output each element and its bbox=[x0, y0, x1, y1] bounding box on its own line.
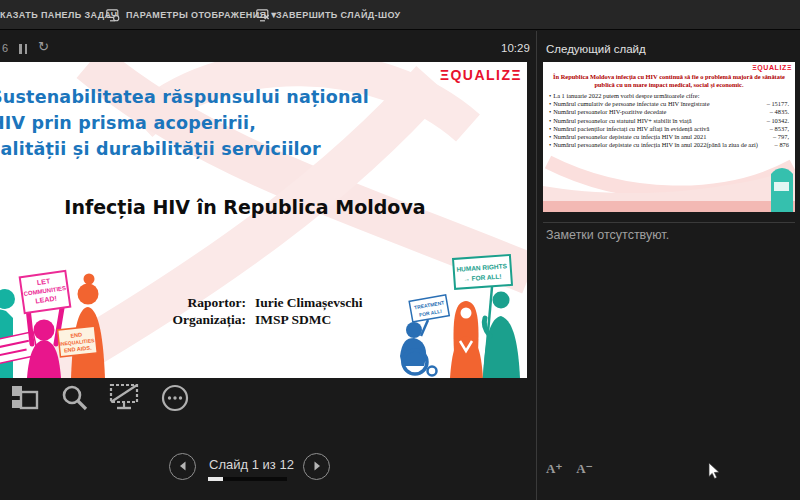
presenter-view: КАЗАТЬ ПАНЕЛЬ ЗАДАЧ ПАРАМЕТРЫ ОТОБРАЖЕНИ… bbox=[0, 0, 800, 500]
protest-illustration-left: LET COMMUNITIES LEAD! END INEQUALITIES E… bbox=[0, 266, 112, 378]
blank-screen-icon bbox=[109, 383, 141, 417]
next-slide-preview[interactable]: ΞQUALIZΞ În Republica Moldova infecția c… bbox=[543, 62, 795, 212]
preview-bullet-item: Numărul persoanelor depistate cu infecți… bbox=[549, 133, 789, 141]
panel-divider bbox=[536, 31, 537, 500]
show-taskbar-button[interactable]: КАЗАТЬ ПАНЕЛЬ ЗАДАЧ bbox=[0, 0, 118, 30]
preview-bullet-item: Numărul persoanelor depistate cu infecți… bbox=[549, 141, 789, 149]
ellipsis-icon bbox=[160, 383, 190, 417]
restart-timer-button[interactable]: ↻ bbox=[38, 39, 49, 54]
organization-name: IMSP SDMC bbox=[255, 311, 331, 328]
increase-font-button[interactable]: A⁺ bbox=[546, 461, 562, 477]
svg-text:END: END bbox=[70, 331, 82, 338]
preview-bullet-item: Numărul persoanelor HIV-pozitive decedat… bbox=[549, 108, 789, 116]
next-slide-button[interactable] bbox=[303, 453, 330, 480]
end-slideshow-label: ЗАВЕРШИТЬ СЛАЙД-ШОУ bbox=[276, 10, 401, 20]
preview-slide-title: În Republica Moldova infecția cu HIV con… bbox=[551, 73, 787, 89]
arrow-left-icon bbox=[177, 458, 189, 476]
notes-placeholder: Заметки отсутствуют. bbox=[546, 228, 669, 242]
preview-equalize-logo: ΞQUALIZΞ bbox=[752, 64, 792, 71]
preview-bullet-item: Numărul persoanelor cu statutul HIV+ sta… bbox=[549, 117, 789, 125]
presenter-label: Raportor: bbox=[150, 294, 246, 311]
more-options-button[interactable] bbox=[158, 384, 192, 416]
display-settings-icon bbox=[106, 9, 120, 22]
slide-title: Sustenabilitatea răspunsului național HI… bbox=[0, 84, 460, 162]
timer-elapsed: 6 bbox=[2, 42, 8, 54]
see-all-slides-icon bbox=[10, 383, 40, 417]
current-time: 10:29 bbox=[501, 42, 530, 54]
magnifier-icon bbox=[60, 383, 90, 417]
previous-slide-button[interactable] bbox=[169, 453, 196, 480]
decrease-font-button[interactable]: A⁻ bbox=[576, 461, 592, 477]
sign-end-inequalities: END INEQUALITIES END AIDS. bbox=[58, 326, 98, 357]
slideshow-toolbar bbox=[8, 384, 192, 416]
zoom-slide-button[interactable] bbox=[58, 384, 92, 416]
organization-label: Organizația: bbox=[150, 311, 246, 328]
preview-bullet-item: La 1 ianuarie 2022 putem vorbi despre ur… bbox=[549, 92, 789, 100]
arrow-right-icon bbox=[311, 458, 323, 476]
current-slide[interactable]: ΞQUALIZΞ Sustenabilitatea răspunsului na… bbox=[0, 62, 527, 378]
top-menu-bar: КАЗАТЬ ПАНЕЛЬ ЗАДАЧ ПАРАМЕТРЫ ОТОБРАЖЕНИ… bbox=[0, 0, 800, 30]
slide-subtitle: Infecția HIV în Republica Moldova bbox=[0, 196, 490, 218]
slide-progress-bar bbox=[208, 477, 287, 481]
blank-screen-button[interactable] bbox=[108, 384, 142, 416]
sign-treatment-for-all: TREATMENT FOR ALL! bbox=[409, 295, 449, 322]
sign-let-communities-lead: LET COMMUNITIES LEAD! bbox=[20, 271, 71, 313]
protest-illustration-right: TREATMENT FOR ALL! HUMAN RIGHTS → FOR AL… bbox=[398, 254, 527, 378]
preview-bullet-item: Numărul pacienților infectați cu HIV afl… bbox=[549, 125, 789, 133]
equalize-logo: ΞQUALIZΞ bbox=[440, 67, 522, 83]
sign-human-rights: HUMAN RIGHTS → FOR ALL! bbox=[453, 255, 512, 289]
pause-timer-button[interactable] bbox=[19, 44, 28, 54]
next-slide-header: Следующий слайд bbox=[546, 43, 646, 55]
see-all-slides-button[interactable] bbox=[8, 384, 42, 416]
slide-counter: Слайд 1 из 12 bbox=[205, 457, 298, 472]
preview-bullet-item: Numărul cumulativ de persoane infectate … bbox=[549, 100, 789, 108]
end-slideshow-button[interactable]: ЗАВЕРШИТЬ СЛАЙД-ШОУ bbox=[256, 0, 401, 30]
preview-bullet-list: La 1 ianuarie 2022 putem vorbi despre ur… bbox=[549, 92, 789, 149]
preview-ribbon-art bbox=[543, 152, 795, 212]
notes-font-controls: A⁺ A⁻ bbox=[546, 461, 593, 477]
display-settings-button[interactable]: ПАРАМЕТРЫ ОТОБРАЖЕНИЯ ▼ bbox=[106, 0, 279, 30]
end-slideshow-icon bbox=[256, 9, 270, 22]
mouse-cursor bbox=[708, 462, 720, 484]
presenter-name: Iurie Climașevschi bbox=[255, 294, 363, 311]
notes-divider bbox=[543, 222, 795, 223]
show-taskbar-label: КАЗАТЬ ПАНЕЛЬ ЗАДАЧ bbox=[0, 10, 118, 20]
